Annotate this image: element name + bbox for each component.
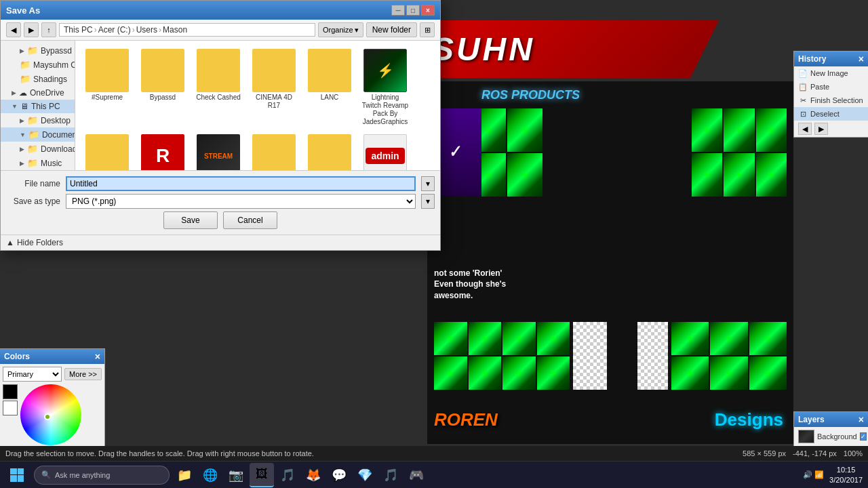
close-button[interactable]: × <box>421 5 435 16</box>
sidebar-item-music[interactable]: ▶ 📁 Music <box>1 156 75 170</box>
sidebar-item-thispc[interactable]: ▼ 🖥 This PC <box>1 100 75 113</box>
breadcrumb: This PC › Acer (C:) › Users › Mason <box>59 23 315 37</box>
clock-date: 3/20/2017 <box>829 475 863 485</box>
history-item-paste[interactable]: 📋 Paste <box>794 80 868 94</box>
history-forward-button[interactable]: ▶ <box>814 123 828 135</box>
dialog-files[interactable]: #Supreme Bypassd Check Cashed CINEMA 4D … <box>75 41 440 170</box>
history-back-button[interactable]: ◀ <box>798 123 812 135</box>
taskbar-app-skype[interactable]: 💬 <box>327 463 351 487</box>
green-cell-r4 <box>692 153 722 197</box>
transparency-area-2 <box>637 322 668 390</box>
filename-label: File name <box>6 179 60 188</box>
file-item[interactable]: Twitch ALerts <box>248 131 300 170</box>
taskbar-app-photoshop[interactable]: 🖼 <box>250 463 274 487</box>
expand-icon-od: ▶ <box>12 89 16 96</box>
file-item[interactable]: admin _457014621_orig <box>359 131 412 170</box>
onedrive-icon: ☁ <box>19 88 27 98</box>
file-item[interactable]: Bypassd <box>136 46 189 129</box>
foreground-color-swatch[interactable] <box>3 384 18 399</box>
cancel-button[interactable]: Cancel <box>223 211 277 229</box>
organize-dropdown[interactable]: Organize ▾ <box>318 22 363 37</box>
more-colors-button[interactable]: More >> <box>64 368 102 380</box>
folder-icon-maysuhm: 📁 <box>20 60 31 70</box>
taskbar-app-steam[interactable]: 🎮 <box>404 463 429 487</box>
file-item[interactable]: Check Cashed <box>192 46 245 129</box>
file-item[interactable]: LucasGotGame <box>81 131 134 170</box>
sidebar-item-downloads[interactable]: ▶ 📁 Downloads <box>1 142 75 156</box>
forward-button[interactable]: ▶ <box>24 22 39 37</box>
layer-visibility-checkbox[interactable]: ✓ <box>860 432 867 441</box>
taskbar-app-firefox[interactable]: 🦊 <box>301 463 326 487</box>
file-item[interactable]: STREAM Streaming Pack(2)-by,NabulsIGraph… <box>192 131 245 170</box>
gc-bl4 <box>537 322 570 355</box>
sidebar-item-documents[interactable]: ▼ 📁 Documents <box>1 127 75 142</box>
background-color-swatch[interactable] <box>3 401 18 415</box>
gc-bl1 <box>434 322 467 355</box>
start-button[interactable] <box>0 462 34 488</box>
file-item[interactable]: CINEMA 4D R17 <box>248 46 300 129</box>
deselect-icon: ⊡ <box>798 109 808 119</box>
layers-item-background[interactable]: Background ✓ <box>794 427 868 446</box>
new-folder-button[interactable]: New folder <box>366 22 417 37</box>
filename-input[interactable] <box>66 176 416 191</box>
up-button[interactable]: ↑ <box>41 22 56 37</box>
taskbar-app-edge[interactable]: 🌐 <box>198 463 222 487</box>
colors-panel-title: Colors × <box>0 349 104 364</box>
color-wheel[interactable] <box>20 384 81 445</box>
file-item[interactable]: R Roblox <box>136 131 189 170</box>
ros-products-label: ROS PRODUCTS <box>481 88 580 102</box>
file-item[interactable]: #Supreme <box>81 46 134 129</box>
computer-icon: 🖥 <box>20 102 28 111</box>
sidebar-item-onedrive[interactable]: ▶ ☁ OneDrive <box>1 86 75 100</box>
hide-folders-label: Hide Folders <box>17 238 63 247</box>
view-options-button[interactable]: ⊞ <box>420 22 435 37</box>
dimensions-display: 585 × 559 px <box>743 449 786 458</box>
taskbar-app-photos[interactable]: 📷 <box>224 463 248 487</box>
files-grid: #Supreme Bypassd Check Cashed CINEMA 4D … <box>81 46 435 170</box>
history-close-button[interactable]: × <box>859 54 864 64</box>
minimize-button[interactable]: ─ <box>391 5 405 16</box>
sidebar-item-desktop[interactable]: ▶ 📁 Desktop <box>1 113 75 127</box>
back-button[interactable]: ◀ <box>6 22 21 37</box>
filetype-dropdown-arrow[interactable]: ▾ <box>421 194 435 209</box>
folder-icon-dl: 📁 <box>27 144 38 154</box>
sidebar-item-bypassd[interactable]: ▶ 📁 Bypassd <box>1 43 75 58</box>
taskbar-app-ruby[interactable]: 💎 <box>353 463 377 487</box>
save-button[interactable]: Save <box>163 211 218 229</box>
filetype-select[interactable]: PNG (*.png) JPEG (*.jpg) BMP (*.bmp) <box>66 194 416 209</box>
designs-label: Designs <box>715 409 783 430</box>
expand-icon-pc: ▼ <box>12 103 18 110</box>
color-wheel-container[interactable] <box>20 384 81 445</box>
save-as-dialog[interactable]: Save As ─ □ × ◀ ▶ ↑ This PC › Acer (C:) … <box>0 0 441 251</box>
taskbar-search[interactable]: 🔍 Ask me anything <box>34 466 170 485</box>
file-thumb-roblox: R <box>141 134 184 170</box>
layers-close-button[interactable]: × <box>859 414 864 425</box>
hide-folders-row[interactable]: ▲ Hide Folders <box>1 235 440 250</box>
taskbar-app-vlc[interactable]: 🎵 <box>275 463 300 487</box>
file-item[interactable]: LANC <box>303 46 356 129</box>
history-item-finish-selection[interactable]: ✂ Finish Selection <box>794 94 868 107</box>
green-cell-3 <box>507 108 542 152</box>
hide-folders-icon: ▲ <box>6 238 14 247</box>
gc-br3 <box>749 322 787 355</box>
history-item-deselect[interactable]: ⊡ Deselect <box>794 107 868 121</box>
taskbar: 🔍 Ask me anything 📁 🌐 📷 🖼 🎵 🦊 💬 💎 🎵 🎮 🔊 … <box>0 461 868 488</box>
colors-mode-select[interactable]: Primary Secondary Background <box>3 367 62 382</box>
history-item-new-image[interactable]: 📄 New Image <box>794 66 868 80</box>
file-item[interactable]: Xe Cremis <box>303 131 356 170</box>
folder-icon-music: 📁 <box>27 158 38 168</box>
taskbar-app-spotify[interactable]: 🎵 <box>378 463 403 487</box>
sidebar-item-shadings[interactable]: 📁 Shadings <box>1 72 75 86</box>
canvas-scene: ROS PRODUCTS <box>427 81 793 444</box>
sidebar-item-maysuhm[interactable]: 📁 Maysuhm Cloth <box>1 58 75 72</box>
taskbar-clock: 10:15 3/20/2017 <box>829 465 863 485</box>
file-label: Bypassd <box>150 94 176 102</box>
filetype-label: Save as type <box>6 197 60 206</box>
maximize-button[interactable]: □ <box>406 5 420 16</box>
colors-close-button[interactable]: × <box>95 351 100 362</box>
file-item[interactable]: ⚡ Lightning Twitch Revamp Pack By JadesG… <box>359 46 412 129</box>
filename-dropdown-arrow[interactable]: ▾ <box>421 176 435 191</box>
taskbar-app-file-manager[interactable]: 📁 <box>172 463 197 487</box>
status-right: 585 × 559 px -441, -174 px 100% <box>743 449 863 458</box>
dialog-body: ▶ 📁 Bypassd 📁 Maysuhm Cloth 📁 Shadings ▶… <box>1 41 440 170</box>
